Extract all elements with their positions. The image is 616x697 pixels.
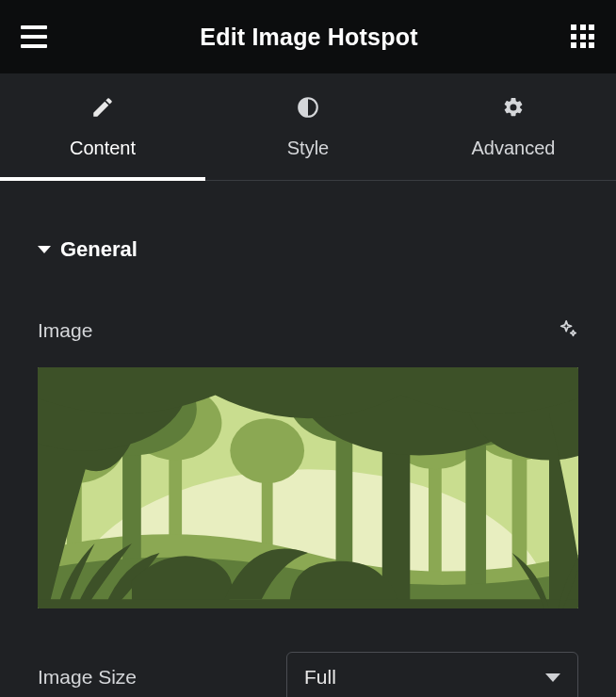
page-title: Edit Image Hotspot [200,24,417,51]
jungle-image [38,367,578,608]
image-label: Image [38,319,92,342]
tabs: Content Style Advanced [0,73,616,181]
image-size-select[interactable]: Full [286,652,578,697]
section-general-title: General [60,237,138,262]
tab-content[interactable]: Content [0,73,205,180]
menu-icon[interactable] [21,25,47,48]
ai-sparkle-icon[interactable] [558,318,578,343]
top-bar: Edit Image Hotspot [0,0,616,73]
contrast-icon [295,94,321,121]
image-size-label: Image Size [38,666,137,689]
apps-grid-icon[interactable] [571,24,595,49]
content-panel: General Image [0,237,616,697]
image-size-value: Full [304,666,336,689]
tab-style-label: Style [287,138,329,159]
image-size-row: Image Size Full [38,652,578,697]
tab-advanced-label: Advanced [472,138,556,159]
image-field-row: Image [38,318,578,343]
pencil-icon [89,94,116,121]
tab-content-label: Content [70,138,136,159]
svg-point-8 [230,418,304,483]
caret-down-icon [38,246,51,253]
tab-advanced[interactable]: Advanced [411,73,616,180]
section-general-header[interactable]: General [38,237,578,262]
image-preview[interactable] [38,367,578,608]
tab-style[interactable]: Style [205,73,411,180]
gear-icon [500,94,527,121]
chevron-down-icon [545,673,560,682]
